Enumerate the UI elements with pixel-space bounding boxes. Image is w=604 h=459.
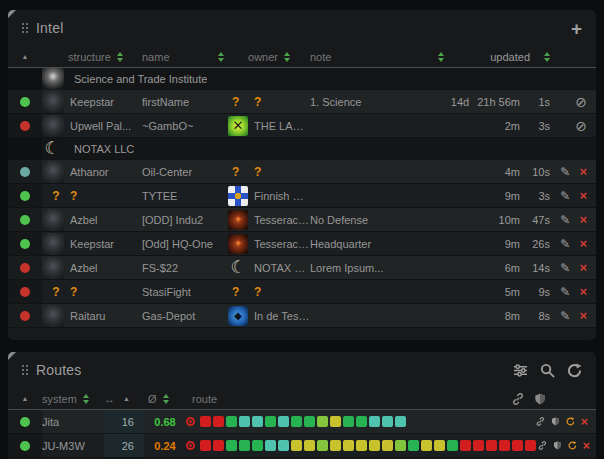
- block-icon[interactable]: ⊘: [575, 94, 587, 110]
- column-header-jumps[interactable]: ↔ ▲: [104, 393, 144, 405]
- route-system-square[interactable]: [278, 440, 289, 451]
- route-system-square[interactable]: [317, 440, 328, 451]
- route-system-square[interactable]: [512, 440, 523, 451]
- route-system-square[interactable]: [200, 440, 211, 451]
- route-system-square[interactable]: [369, 440, 380, 451]
- route-system-square[interactable]: [486, 440, 497, 451]
- sort-icon[interactable]: [83, 394, 89, 404]
- delete-route-icon[interactable]: ×: [582, 439, 590, 452]
- route-system-square[interactable]: [356, 416, 367, 427]
- block-icon[interactable]: ⊘: [575, 118, 587, 134]
- column-header-structure[interactable]: structure: [42, 51, 142, 63]
- route-system-square[interactable]: [226, 416, 237, 427]
- column-header-owner[interactable]: owner: [228, 51, 310, 63]
- route-systems-strip[interactable]: [200, 416, 408, 427]
- route-system-square[interactable]: [421, 440, 432, 451]
- sort-icon[interactable]: [284, 52, 290, 62]
- route-system-square[interactable]: [356, 440, 367, 451]
- route-system-square[interactable]: [291, 416, 302, 427]
- drag-handle-icon[interactable]: [22, 23, 28, 33]
- route-row[interactable]: Jita 16 0.68: [8, 410, 596, 434]
- search-icon[interactable]: [540, 363, 555, 378]
- sort-icon[interactable]: [544, 52, 550, 62]
- add-intel-button[interactable]: +: [571, 19, 582, 38]
- delete-route-icon[interactable]: ×: [580, 415, 588, 428]
- route-row[interactable]: JU-M3W 26 0.24: [8, 434, 596, 458]
- delete-icon[interactable]: ×: [579, 165, 587, 178]
- drag-handle-icon[interactable]: [22, 365, 28, 375]
- delete-icon[interactable]: ×: [579, 309, 587, 322]
- edit-icon[interactable]: ✎: [560, 285, 570, 299]
- sort-icon[interactable]: [163, 394, 169, 404]
- column-header-avg-security[interactable]: Ø: [144, 393, 186, 405]
- refresh-route-icon[interactable]: [566, 415, 575, 428]
- column-header-name[interactable]: name: [142, 51, 228, 63]
- table-row[interactable]: Athanor Oil-Center ? ? 4m10s ✎×: [8, 160, 596, 184]
- table-row[interactable]: Keepstar firstName ? ? 1. Science 14d21h…: [8, 90, 596, 114]
- route-system-square[interactable]: [525, 440, 536, 451]
- route-system-square[interactable]: [499, 440, 510, 451]
- table-row[interactable]: ? ? TYTEE Finnish Dee... 9m3s ✎×: [8, 184, 596, 208]
- link-icon[interactable]: [536, 415, 545, 428]
- route-system-square[interactable]: [291, 440, 302, 451]
- sort-asc-icon[interactable]: ▲: [22, 53, 29, 60]
- sort-asc-icon[interactable]: ▲: [22, 395, 29, 402]
- delete-icon[interactable]: ×: [579, 213, 587, 226]
- route-system-square[interactable]: [330, 440, 341, 451]
- route-system-square[interactable]: [343, 440, 354, 451]
- route-system-square[interactable]: [239, 416, 250, 427]
- edit-icon[interactable]: ✎: [560, 309, 570, 323]
- edit-icon[interactable]: ✎: [560, 213, 570, 227]
- edit-icon[interactable]: ✎: [560, 237, 570, 251]
- route-system-square[interactable]: [265, 416, 276, 427]
- edit-icon[interactable]: ✎: [560, 261, 570, 275]
- route-system-square[interactable]: [265, 440, 276, 451]
- route-system-square[interactable]: [408, 440, 419, 451]
- route-system-square[interactable]: [330, 416, 341, 427]
- route-system-square[interactable]: [447, 440, 458, 451]
- link-icon[interactable]: [538, 439, 547, 452]
- route-system-square[interactable]: [304, 416, 315, 427]
- route-system-square[interactable]: [252, 416, 263, 427]
- route-system-square[interactable]: [200, 416, 211, 427]
- sort-icon[interactable]: [117, 52, 123, 62]
- table-row[interactable]: ? ? StasiFight ? ? 5m9s ✎×: [8, 280, 596, 304]
- route-system-square[interactable]: [395, 416, 406, 427]
- route-system-square[interactable]: [239, 440, 250, 451]
- route-system-square[interactable]: [343, 416, 354, 427]
- route-system-square[interactable]: [382, 416, 393, 427]
- route-system-square[interactable]: [369, 416, 380, 427]
- route-system-square[interactable]: [434, 440, 445, 451]
- refresh-route-icon[interactable]: [568, 439, 577, 452]
- column-header-note[interactable]: note: [310, 51, 446, 63]
- table-row[interactable]: Upwell Pal... ~GambO~ THE LAST A... 2m3s…: [8, 114, 596, 138]
- table-row[interactable]: Keepstar [Odd] HQ-One Tesseract C... Hea…: [8, 232, 596, 256]
- table-row[interactable]: Azbel FS-$22 NOTAX LLC Lorem Ipsum... 6m…: [8, 256, 596, 280]
- shield-icon[interactable]: [551, 415, 560, 428]
- route-systems-strip[interactable]: [200, 440, 538, 451]
- delete-icon[interactable]: ×: [579, 189, 587, 202]
- route-system-square[interactable]: [382, 440, 393, 451]
- edit-icon[interactable]: ✎: [560, 189, 570, 203]
- route-system-square[interactable]: [395, 440, 406, 451]
- sort-icon[interactable]: [218, 52, 224, 62]
- route-system-square[interactable]: [304, 440, 315, 451]
- edit-icon[interactable]: ✎: [560, 165, 570, 179]
- delete-icon[interactable]: ×: [579, 237, 587, 250]
- route-system-square[interactable]: [460, 440, 471, 451]
- system-cell[interactable]: JU-M3W: [42, 440, 104, 452]
- route-system-square[interactable]: [317, 416, 328, 427]
- table-row[interactable]: Azbel [ODD] Indu2 Tesseract C... No Defe…: [8, 208, 596, 232]
- column-header-route[interactable]: route: [186, 393, 512, 405]
- sort-icon[interactable]: [438, 52, 444, 62]
- route-system-square[interactable]: [278, 416, 289, 427]
- route-system-square[interactable]: [226, 440, 237, 451]
- route-system-square[interactable]: [252, 440, 263, 451]
- shield-icon[interactable]: [553, 439, 562, 452]
- route-settings-icon[interactable]: [513, 363, 528, 378]
- route-system-square[interactable]: [213, 416, 224, 427]
- system-cell[interactable]: Jita: [42, 416, 104, 428]
- route-system-square[interactable]: [473, 440, 484, 451]
- route-system-square[interactable]: [213, 440, 224, 451]
- delete-icon[interactable]: ×: [579, 285, 587, 298]
